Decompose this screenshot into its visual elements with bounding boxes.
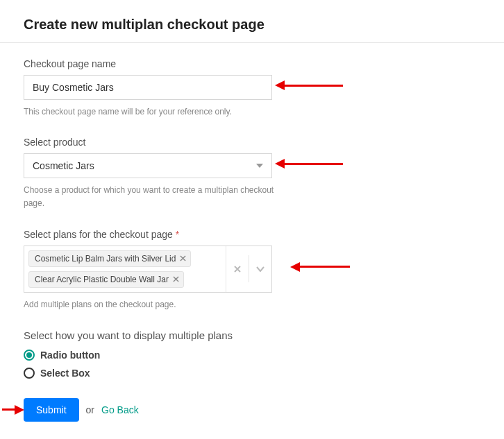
field-select-plans: Select plans for the checkout page * Cos… [24,229,480,311]
plans-dropdown-icon[interactable] [249,266,271,272]
actions-row: Submit or Go Back [24,398,480,422]
product-label: Select product [24,137,480,148]
plan-tag-label: Clear Acrylic Plastic Double Wall Jar [35,275,169,284]
radio-option-radio-button[interactable]: Radio button [24,350,480,361]
checkout-name-label: Checkout page name [24,58,480,69]
tag-remove-icon[interactable] [173,275,179,284]
display-title: Select how you want to display multiple … [24,329,480,341]
product-select[interactable]: Cosmetic Jars [24,153,272,178]
plans-tags-area[interactable]: Cosmetic Lip Balm Jars with Silver Lid C… [24,246,226,292]
goback-link[interactable]: Go Back [101,404,139,415]
annotation-arrow-icon [290,262,350,272]
radio-unselected-icon [24,368,35,379]
product-select-value: Cosmetic Jars [33,160,94,171]
radio-selected-icon [24,350,35,361]
checkout-name-help: This checkout page name will be for your… [24,105,287,119]
plan-tag: Cosmetic Lip Balm Jars with Silver Lid [28,250,191,267]
caret-down-icon [256,164,263,168]
radio-label: Radio button [40,350,100,361]
submit-button[interactable]: Submit [24,398,79,422]
annotation-arrow-icon [275,80,343,90]
checkout-name-input[interactable] [24,75,272,100]
radio-label: Select Box [40,368,90,379]
display-radio-group: Radio button Select Box [24,350,480,379]
field-display-mode: Select how you want to display multiple … [24,329,480,379]
field-select-product: Select product Cosmetic Jars Choose a pr… [24,137,480,210]
page-title: Create new multiplan checkout page [24,17,480,33]
divider [0,42,504,43]
plan-tag-label: Cosmetic Lip Balm Jars with Silver Lid [35,254,176,264]
annotation-arrow-icon [2,405,24,415]
plans-label: Select plans for the checkout page * [24,229,480,240]
required-mark: * [176,229,179,240]
tag-remove-icon[interactable] [180,255,186,263]
annotation-arrow-icon [275,159,343,169]
plans-controls [226,246,271,292]
plans-multiselect[interactable]: Cosmetic Lip Balm Jars with Silver Lid C… [24,246,272,293]
plan-tag: Clear Acrylic Plastic Double Wall Jar [28,271,184,288]
plans-clear-icon[interactable] [226,265,249,273]
product-help: Choose a product for which you want to c… [24,184,287,210]
field-checkout-name: Checkout page name This checkout page na… [24,58,480,119]
radio-option-select-box[interactable]: Select Box [24,368,480,379]
or-text: or [86,404,94,415]
plans-label-text: Select plans for the checkout page [24,229,173,240]
plans-help: Add multiple plans on the checkout page. [24,298,287,311]
